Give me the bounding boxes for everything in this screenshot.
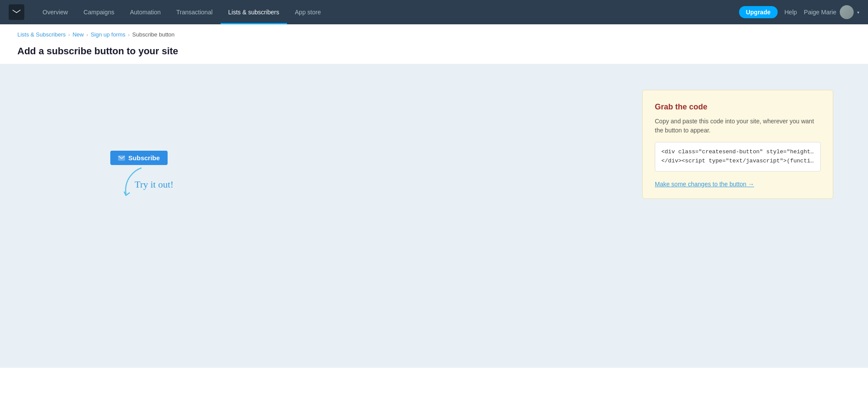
mail-icon bbox=[118, 155, 125, 161]
page-title: Add a subscribe button to your site bbox=[17, 46, 851, 57]
main-nav: Overview Campaigns Automation Transactio… bbox=[0, 0, 868, 24]
breadcrumb-sep-2: › bbox=[86, 32, 88, 37]
breadcrumb-sep-1: › bbox=[68, 32, 70, 37]
nav-app-store[interactable]: App store bbox=[287, 0, 329, 24]
nav-overview[interactable]: Overview bbox=[35, 0, 76, 24]
chevron-down-icon: ▾ bbox=[857, 10, 859, 15]
subscribe-label: Subscribe bbox=[129, 154, 160, 162]
breadcrumb-signup-forms[interactable]: Sign up forms bbox=[91, 31, 125, 38]
nav-right: Upgrade Help Paige Marie ▾ bbox=[739, 5, 859, 19]
arrow-icon bbox=[117, 166, 152, 201]
code-panel-title: Grab the code bbox=[655, 102, 821, 112]
nav-items: Overview Campaigns Automation Transactio… bbox=[35, 0, 739, 24]
breadcrumb-current: Subscribe button bbox=[132, 31, 175, 38]
nav-transactional[interactable]: Transactional bbox=[168, 0, 221, 24]
upgrade-button[interactable]: Upgrade bbox=[739, 6, 778, 18]
changes-link[interactable]: Make some changes to the button → bbox=[655, 181, 754, 188]
code-box[interactable]: <div class="createsend-button" style="he… bbox=[655, 142, 821, 172]
preview-area: Subscribe Try it out! bbox=[104, 151, 174, 190]
logo[interactable] bbox=[9, 4, 24, 20]
code-panel-description: Copy and paste this code into your site,… bbox=[655, 117, 821, 135]
code-line-1: <div class="createsend-button" style="he… bbox=[661, 148, 814, 157]
breadcrumb-lists[interactable]: Lists & Subscribers bbox=[17, 31, 66, 38]
user-menu[interactable]: Paige Marie ▾ bbox=[804, 5, 859, 19]
breadcrumb-new[interactable]: New bbox=[73, 31, 84, 38]
try-it-wrap: Try it out! bbox=[122, 170, 174, 190]
nav-automation[interactable]: Automation bbox=[122, 0, 168, 24]
main-content: Subscribe Try it out! Grab the code Copy… bbox=[0, 64, 868, 368]
nav-campaigns[interactable]: Campaigns bbox=[76, 0, 122, 24]
help-link[interactable]: Help bbox=[785, 9, 797, 16]
svg-rect-0 bbox=[12, 9, 21, 15]
nav-lists-subscribers[interactable]: Lists & subscribers bbox=[221, 0, 287, 24]
svg-rect-1 bbox=[118, 155, 125, 161]
breadcrumb-sep-3: › bbox=[128, 32, 130, 37]
code-line-2: </div><script type="text/javascript">(fu… bbox=[661, 157, 814, 166]
user-name: Paige Marie bbox=[804, 9, 836, 16]
breadcrumb: Lists & Subscribers › New › Sign up form… bbox=[0, 24, 868, 38]
avatar bbox=[840, 5, 854, 19]
page-title-wrap: Add a subscribe button to your site bbox=[0, 38, 868, 57]
code-panel: Grab the code Copy and paste this code i… bbox=[642, 90, 833, 199]
subscribe-preview-button[interactable]: Subscribe bbox=[110, 151, 168, 165]
